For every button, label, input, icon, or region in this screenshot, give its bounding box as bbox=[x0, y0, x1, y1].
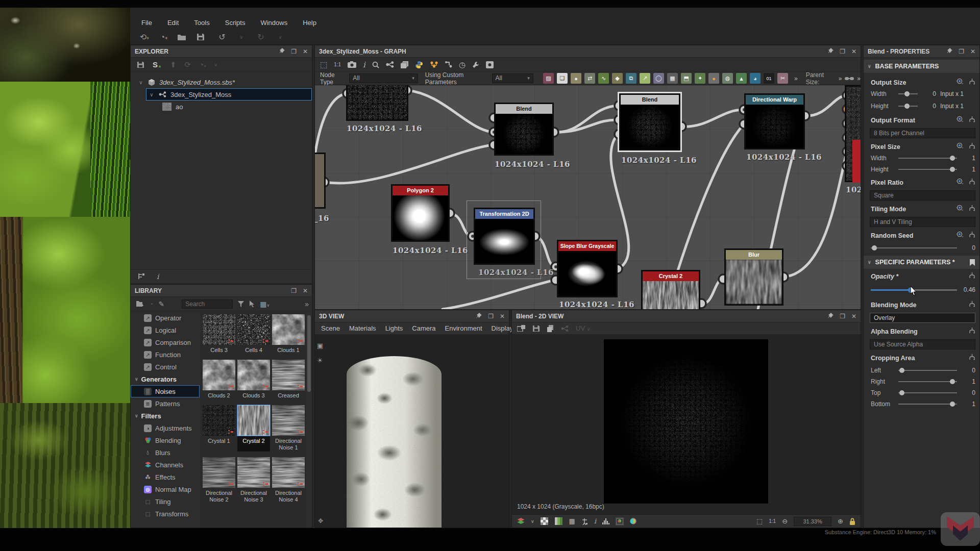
menu-environment[interactable]: Environment bbox=[445, 324, 482, 332]
gradient-icon[interactable] bbox=[555, 517, 563, 525]
category-noises[interactable]: ▒Noises bbox=[131, 385, 200, 397]
substance-export-icon[interactable]: S▲ bbox=[153, 60, 162, 69]
library-item-creased[interactable]: Creased bbox=[272, 360, 305, 403]
graph-param-icon[interactable] bbox=[969, 142, 975, 149]
graph-param-icon[interactable] bbox=[969, 327, 975, 334]
toolbar-chevron-icon[interactable]: ∨ bbox=[214, 62, 218, 67]
library-item-crystal-1[interactable]: Crystal 1 bbox=[203, 405, 235, 455]
pin-icon[interactable] bbox=[947, 48, 952, 55]
camera-icon[interactable] bbox=[348, 61, 356, 68]
filter-shuffle-icon[interactable]: ⇄ bbox=[584, 73, 595, 84]
tree-row-package[interactable]: ∨ 3dex_Stylized_Moss.sbs* bbox=[131, 76, 312, 88]
grid-view-icon[interactable]: ▦∨ bbox=[260, 300, 270, 308]
menu-camera[interactable]: Camera bbox=[412, 324, 435, 332]
node-crystal-2[interactable]: Crystal 2 bbox=[641, 270, 700, 309]
copy-image-icon[interactable] bbox=[547, 325, 554, 332]
fit-view-icon[interactable]: ⬚ bbox=[320, 60, 327, 69]
save-all-icon[interactable] bbox=[197, 33, 209, 41]
tree-row-graph[interactable]: ∨ 3dex_Stylized_Moss bbox=[146, 88, 312, 101]
more-overflow-icon[interactable]: » bbox=[857, 75, 861, 82]
linked-node-icon[interactable] bbox=[561, 325, 569, 332]
close-icon[interactable]: ✕ bbox=[851, 48, 856, 55]
layers-icon[interactable] bbox=[401, 61, 408, 68]
menu-scene[interactable]: Scene bbox=[321, 324, 340, 332]
undo-menu-icon[interactable]: ∨ bbox=[235, 35, 248, 40]
base-parameters-section[interactable]: ∨ BASE PARAMETERS bbox=[864, 60, 979, 73]
zoom-in-icon[interactable]: ⊕ bbox=[838, 517, 843, 525]
new-library-folder-icon[interactable]: + bbox=[136, 300, 144, 307]
graph-canvas[interactable]: _16 1024x1024 - L16 Blend 1024x1024 - L1… bbox=[315, 85, 861, 309]
filter-image-icon[interactable]: ▨ bbox=[543, 73, 554, 84]
node-type-select[interactable]: All▾ bbox=[349, 73, 418, 83]
ruler-icon[interactable] bbox=[581, 518, 588, 525]
pixel-width-slider[interactable] bbox=[898, 158, 957, 159]
graph-param-icon[interactable] bbox=[969, 272, 975, 279]
info-icon[interactable]: i bbox=[157, 272, 159, 281]
tree-row-output-ao[interactable]: ao bbox=[162, 101, 312, 113]
node-blend-2[interactable]: Blend bbox=[619, 93, 680, 151]
library-item-directional-noise-4[interactable]: Directional Noise 4 bbox=[272, 457, 305, 507]
output-height-slider[interactable] bbox=[898, 106, 918, 107]
save-icon[interactable] bbox=[137, 61, 144, 68]
graph-param-icon[interactable] bbox=[969, 354, 975, 360]
library-item-directional-noise-3[interactable]: Directional Noise 3 bbox=[237, 457, 270, 507]
output-width-slider[interactable] bbox=[898, 93, 918, 94]
category-effects[interactable]: ⁂Effects bbox=[131, 471, 200, 483]
graph-param-icon[interactable] bbox=[969, 231, 975, 238]
category-comparison[interactable]: ↗Comparison bbox=[131, 336, 200, 348]
search-icon[interactable] bbox=[372, 61, 379, 68]
function-toggle-icon[interactable] bbox=[956, 205, 964, 211]
filter-blend-icon[interactable]: ❏ bbox=[557, 73, 568, 84]
category-normal-map[interactable]: ◍Normal Map bbox=[131, 483, 200, 495]
pixel-ratio-select[interactable]: Square bbox=[870, 190, 975, 201]
close-icon[interactable]: ✕ bbox=[303, 48, 308, 55]
float-icon[interactable]: ❐ bbox=[840, 313, 845, 319]
crop-bottom-slider[interactable] bbox=[898, 404, 957, 405]
filter-shape-icon[interactable]: ◯ bbox=[653, 73, 664, 84]
node-edge-left[interactable] bbox=[315, 153, 326, 209]
category-transforms[interactable]: ⬚Transforms bbox=[131, 508, 200, 520]
pin-icon[interactable] bbox=[828, 313, 834, 319]
tiling-mode-select[interactable]: H and V Tiling bbox=[870, 217, 975, 227]
filter-blur-icon[interactable]: ● bbox=[571, 73, 581, 84]
random-seed-slider[interactable] bbox=[871, 247, 957, 248]
float-icon[interactable]: ❐ bbox=[488, 313, 494, 319]
filter-tile-icon[interactable]: ▦ bbox=[667, 73, 678, 84]
crop-right-slider[interactable] bbox=[898, 381, 957, 382]
new-view-icon[interactable] bbox=[517, 325, 525, 332]
view3d-canvas[interactable]: ▣ ☀︎ ✥ bbox=[315, 335, 509, 528]
channels-stack-icon[interactable] bbox=[517, 518, 525, 524]
node-edge-right[interactable] bbox=[845, 85, 861, 182]
channels-chevron-icon[interactable]: ∨ bbox=[531, 519, 534, 524]
zoom-level-field[interactable]: 31.33% bbox=[794, 517, 831, 526]
menu-scripts[interactable]: Scripts bbox=[225, 19, 246, 27]
library-item-directional-noise-2[interactable]: Directional Noise 2 bbox=[203, 457, 235, 507]
pin-icon[interactable] bbox=[828, 48, 834, 55]
filter-crop-icon[interactable]: ✂ bbox=[777, 73, 788, 84]
graph-param-icon[interactable] bbox=[969, 78, 975, 85]
redo-icon[interactable]: ↻ bbox=[255, 32, 267, 42]
close-icon[interactable]: ✕ bbox=[970, 48, 975, 55]
timer-icon[interactable]: ◷ bbox=[459, 60, 465, 69]
view2d-canvas[interactable]: 1024 x 1024 (Grayscale, 16bpc) bbox=[512, 335, 861, 514]
zoom-out-icon[interactable]: ⊖ bbox=[782, 517, 788, 525]
resources-icon[interactable] bbox=[430, 61, 438, 68]
tools-wrench-icon[interactable] bbox=[472, 61, 479, 68]
filter-transform-icon[interactable]: ⧉ bbox=[626, 73, 636, 84]
actual-size-icon[interactable]: 1:1 bbox=[334, 62, 341, 67]
graph-param-icon[interactable] bbox=[969, 116, 975, 122]
crop-left-slider[interactable] bbox=[898, 370, 957, 371]
open-folder-icon[interactable] bbox=[177, 34, 189, 41]
function-toggle-icon[interactable] bbox=[956, 142, 964, 149]
node-blur[interactable]: Blur bbox=[724, 248, 783, 306]
pixel-height-slider[interactable] bbox=[898, 169, 957, 170]
light-toggle-icon[interactable]: ☀︎ bbox=[317, 357, 323, 364]
node-slope-blur-grayscale[interactable]: Slope Blur Grayscale bbox=[557, 240, 618, 297]
library-item-cells-3[interactable]: Cells 3 bbox=[203, 314, 235, 358]
new-package-icon[interactable]: ◔+ bbox=[158, 33, 170, 42]
blending-mode-select[interactable]: Overlay bbox=[870, 313, 975, 323]
connect-icon[interactable] bbox=[445, 61, 452, 68]
float-icon[interactable]: ❐ bbox=[840, 48, 845, 55]
menu-windows[interactable]: Windows bbox=[260, 19, 287, 27]
float-icon[interactable]: ❐ bbox=[291, 288, 297, 294]
